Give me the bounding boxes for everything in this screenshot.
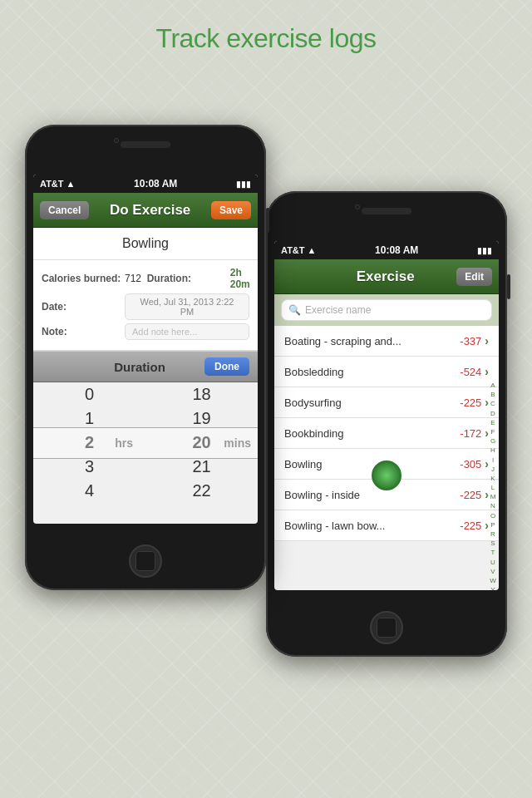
status-bar-right: AT&T ▲ 10:08 AM ▮▮▮ [274,241,499,259]
speaker-right [362,208,411,214]
picker[interactable]: 0 1 2 3 4 hrs 18 19 20 21 22 mins [33,382,258,503]
exercise-cal-6: -225 [460,520,481,532]
exercise-item-6[interactable]: Bowling - lawn bow... -225 › [274,510,499,541]
status-bar-left: AT&T ▲ 10:08 AM ▮▮▮ [33,175,258,193]
wifi-icon-left: ▲ [66,179,76,189]
index-d[interactable]: D [490,409,495,418]
left-phone-screen: AT&T ▲ 10:08 AM ▮▮▮ Cancel Do Exercise S… [33,175,258,524]
exercise-cal-2: -225 [460,397,481,409]
index-k[interactable]: K [490,474,495,483]
right-phone-screen: AT&T ▲ 10:08 AM ▮▮▮ Exercise Edit 🔍 Exer… [274,241,499,590]
speaker-left [121,141,170,148]
min-22: 22 [145,479,258,503]
index-h[interactable]: H [490,446,495,455]
index-j[interactable]: J [491,465,495,474]
min-19: 19 [145,406,258,431]
right-phone: AT&T ▲ 10:08 AM ▮▮▮ Exercise Edit 🔍 Exer… [266,191,507,657]
index-l[interactable]: L [491,483,495,492]
calories-row: Calories burned: 712 Duration: 2h 20m [42,267,249,290]
exercise-name-3: Bookbinding [284,427,460,440]
minutes-picker[interactable]: 18 19 20 21 22 mins [145,382,258,503]
date-field[interactable]: Wed, Jul 31, 2013 2:22 PM [125,293,249,320]
nav-bar-right: Exercise Edit [274,259,499,294]
duration-value[interactable]: 2h 20m [230,267,250,290]
index-y[interactable]: Y [490,585,495,590]
index-g[interactable]: G [490,436,495,446]
index-f[interactable]: F [491,427,495,436]
index-r[interactable]: R [490,530,495,539]
exercise-cal-5: -225 [460,489,481,501]
index-c[interactable]: C [490,399,495,408]
info-section: Calories burned: 712 Duration: 2h 20m Da… [33,260,258,351]
mins-label: mins [224,436,251,450]
index-w[interactable]: W [490,576,496,585]
index-i[interactable]: I [492,456,494,465]
battery-right: ▮▮▮ [477,246,492,255]
status-left-left: AT&T ▲ [40,179,75,189]
side-button-right [507,274,510,299]
selection-indicator [372,461,401,490]
home-icon-right [377,618,397,638]
index-u[interactable]: U [490,558,495,567]
index-t[interactable]: T [491,548,495,557]
exercise-item-0[interactable]: Boating - scraping and... -337 › [274,326,499,357]
nav-bar-left: Cancel Do Exercise Save [33,193,258,228]
search-bar: 🔍 Exercise name [274,294,499,326]
note-label: Note: [42,326,125,337]
hour-1: 1 [33,406,145,431]
exercise-name-1: Bobsledding [284,366,460,378]
date-label: Date: [42,301,125,313]
min-18: 18 [145,382,258,406]
index-e[interactable]: E [490,418,495,427]
index-m[interactable]: M [490,492,496,501]
exercise-item-2[interactable]: Bodysurfing -225 › [274,387,499,418]
hours-picker[interactable]: 0 1 2 3 4 hrs [33,382,145,503]
index-a[interactable]: A [490,381,495,390]
battery-left: ▮▮▮ [236,180,251,189]
wifi-icon-right: ▲ [308,245,317,255]
exercise-name-0: Boating - scraping and... [284,335,460,347]
exercise-cal-0: -337 [460,335,481,347]
side-button-left [266,208,269,233]
note-field[interactable]: Add note here... [125,323,249,340]
exercise-list: Boating - scraping and... -337 › Bobsled… [274,326,499,590]
home-button-right[interactable] [370,611,403,644]
exercise-item-1[interactable]: Bobsledding -524 › [274,357,499,387]
index-n[interactable]: N [490,501,495,510]
done-button[interactable]: Done [204,357,249,376]
cancel-button[interactable]: Cancel [40,201,89,219]
home-icon-left [135,551,155,571]
min-21: 21 [145,455,258,479]
search-icon: 🔍 [288,304,301,316]
calories-label: Calories burned: [42,273,125,284]
search-placeholder: Exercise name [305,304,371,316]
search-field[interactable]: 🔍 Exercise name [281,299,492,321]
duration-bar-title: Duration [75,360,204,374]
nav-title-left: Do Exercise [110,202,190,219]
exercise-name-5: Bowling - inside [284,489,460,501]
save-button[interactable]: Save [211,201,251,219]
exercise-item-3[interactable]: Bookbinding -172 › [274,418,499,449]
index-s[interactable]: S [490,539,495,548]
index-bar[interactable]: A B C D E F G H I J K L M N O P R [487,379,499,590]
hour-0: 0 [33,382,145,406]
index-p[interactable]: P [490,520,495,530]
camera-right [355,204,360,209]
hour-4: 4 [33,479,145,503]
battery-icon-left: ▮▮▮ [236,180,251,189]
home-button-left[interactable] [129,544,162,578]
battery-icon-right: ▮▮▮ [477,246,492,255]
index-v[interactable]: V [490,567,495,576]
index-o[interactable]: O [490,511,495,520]
left-phone: AT&T ▲ 10:08 AM ▮▮▮ Cancel Do Exercise S… [25,125,266,590]
edit-button[interactable]: Edit [456,268,492,286]
exercise-cal-1: -524 [460,366,481,378]
hrs-label: hrs [115,436,133,450]
hour-3: 3 [33,455,145,479]
exercise-name-2: Bodysurfing [284,397,460,409]
exercise-name-left: Bowling [33,228,258,260]
page-title: Track exercise logs [0,0,532,71]
time-right: 10:08 AM [375,244,418,256]
index-b[interactable]: B [490,390,495,399]
carrier-right: AT&T [281,245,305,255]
